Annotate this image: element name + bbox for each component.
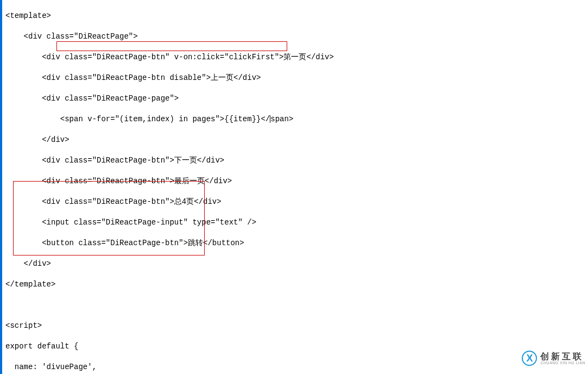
code-line: <template> [5, 11, 535, 21]
watermark-logo: X 创新互联 CHUANG XIN HU LIAN [522, 351, 585, 366]
code-line: export default { [5, 342, 535, 351]
code-line [5, 301, 535, 310]
code-line: <button class="DiReactPage-btn">跳转</butt… [5, 239, 535, 248]
code-line: <div class="DiReactPage-btn disable">上一页… [5, 73, 535, 83]
watermark-cn: 创新互联 [540, 352, 585, 361]
code-line: name: 'divuePage', [5, 363, 535, 372]
watermark-circle-icon: X [522, 351, 537, 366]
code-line: <input class="DiReactPage-input" type="t… [5, 218, 535, 227]
code-line: <script> [5, 321, 535, 331]
code-line: </div> [5, 135, 535, 145]
code-line: <div class="DiReactPage-btn" v-on:click=… [5, 53, 535, 62]
code-line-cursor: <span v-for="(item,index) in pages">{{it… [5, 115, 535, 124]
code-line: <div class="DiReactPage"> [5, 32, 535, 41]
watermark-en: CHUANG XIN HU LIAN [540, 361, 585, 365]
watermark-x-icon: X [526, 351, 533, 366]
code-line: </div> [5, 259, 535, 269]
watermark-text: 创新互联 CHUANG XIN HU LIAN [540, 352, 585, 365]
code-editor-content[interactable]: <template> <div class="DiReactPage"> <di… [5, 0, 535, 374]
code-line: <div class="DiReactPage-page"> [5, 94, 535, 103]
code-line: <div class="DiReactPage-btn">总4页</div> [5, 197, 535, 207]
code-line: <div class="DiReactPage-btn">最后一页</div> [5, 177, 535, 186]
editor-left-bar [0, 0, 2, 374]
code-line: </template> [5, 280, 535, 289]
code-line: <div class="DiReactPage-btn">下一页</div> [5, 156, 535, 165]
